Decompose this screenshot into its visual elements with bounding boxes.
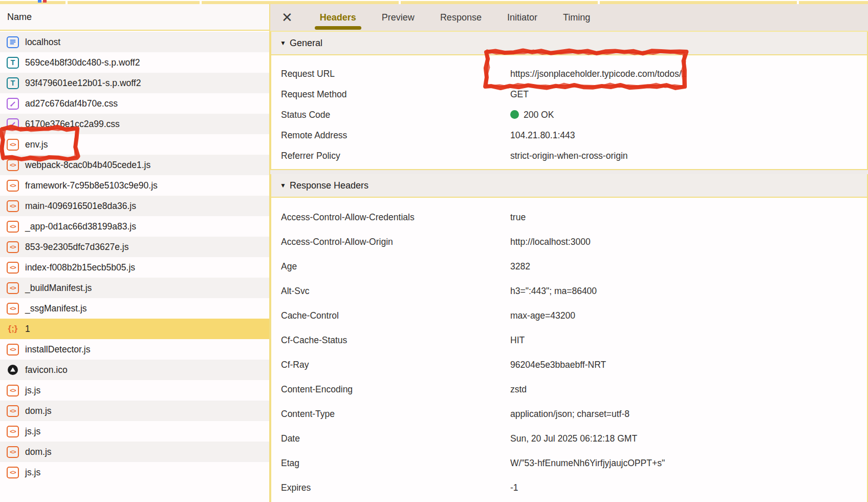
request-row-dom.js[interactable]: <>dom.js <box>0 401 269 421</box>
header-key: Access-Control-Allow-Credentials <box>281 212 510 223</box>
request-row-label: webpack-8cac0b4b405cede1.js <box>25 160 150 171</box>
request-row-installDetector.js[interactable]: <>installDetector.js <box>0 339 269 360</box>
close-icon[interactable]: ✕ <box>281 11 293 24</box>
header-key: Status Code <box>281 110 510 120</box>
header-value: http://localhost:3000 <box>510 237 591 247</box>
request-row-label: installDetector.js <box>25 344 90 355</box>
request-row-env.js[interactable]: <>env.js <box>0 134 269 155</box>
overview-strip <box>0 0 868 4</box>
request-row-dom.js[interactable]: <>dom.js <box>0 442 269 462</box>
script-file-icon: <> <box>7 282 19 294</box>
request-row-label: ad27c676daf4b70e.css <box>25 98 118 109</box>
request-row-6170e376e1cc2a99.css[interactable]: 6170e376e1cc2a99.css <box>0 114 269 134</box>
request-row-webpack-8cac0b4b405cede1.js[interactable]: <>webpack-8cac0b4b405cede1.js <box>0 155 269 175</box>
header-row-access-control-allow-credentials: Access-Control-Allow-Credentialstrue <box>271 205 867 229</box>
header-value: https://jsonplaceholder.typicode.com/tod… <box>510 69 686 79</box>
tab-timing[interactable]: Timing <box>561 4 592 31</box>
request-row-index-f008b2b15ecb5b05.js[interactable]: <>index-f008b2b15ecb5b05.js <box>0 257 269 278</box>
header-value: 3282 <box>510 261 530 272</box>
network-request-list: Name localhostT569ce4b8f30dc480-s.p.woff… <box>0 4 269 502</box>
request-row-853-9e2305dfc7d3627e.js[interactable]: <>853-9e2305dfc7d3627e.js <box>0 237 269 257</box>
request-row-label: js.js <box>25 385 40 396</box>
collapse-triangle-icon: ▼ <box>280 39 286 47</box>
header-key: Referrer Policy <box>281 151 510 161</box>
request-row-framework-7c95b8e5103c9e90.js[interactable]: <>framework-7c95b8e5103c9e90.js <box>0 175 269 196</box>
header-row-content-encoding: Content-Encodingzstd <box>271 377 867 402</box>
request-row-_buildManifest.js[interactable]: <>_buildManifest.js <box>0 278 269 298</box>
request-row-label: 6170e376e1cc2a99.css <box>25 119 120 130</box>
header-key: Remote Address <box>281 130 510 141</box>
header-row-etag: EtagW/"53-hfEnumeNh6YirfjyjaujcOPPT+s" <box>271 451 867 475</box>
name-column-label: Name <box>7 12 32 23</box>
header-value: W/"53-hfEnumeNh6YirfjyjaujcOPPT+s" <box>510 458 665 469</box>
detail-tabbar: ✕ HeadersPreviewResponseInitiatorTiming <box>270 4 868 32</box>
request-row-label: 569ce4b8f30dc480-s.p.woff2 <box>25 57 140 68</box>
header-key: Content-Encoding <box>281 384 510 395</box>
header-row-request method: Request MethodGET <box>271 84 867 104</box>
script-file-icon: <> <box>7 344 19 355</box>
section-header-response-headers[interactable]: ▼Response Headers <box>271 174 867 198</box>
header-row-alt-svc: Alt-Svch3=":443"; ma=86400 <box>271 279 867 303</box>
header-key: Etag <box>281 458 510 469</box>
script-file-icon: <> <box>7 200 19 212</box>
header-row-request url: Request URLhttps://jsonplaceholder.typic… <box>271 64 867 84</box>
request-row-label: framework-7c95b8e5103c9e90.js <box>25 180 158 191</box>
section-response-headers: ▼Response HeadersAccess-Control-Allow-Cr… <box>270 174 868 502</box>
request-row-label: main-4096916501e8da36.js <box>25 201 136 212</box>
header-key: Age <box>281 261 510 272</box>
request-row-_app-0d1ac66d38199a83.js[interactable]: <>_app-0d1ac66d38199a83.js <box>0 216 269 237</box>
section-general: ▼GeneralRequest URLhttps://jsonplacehold… <box>270 32 868 170</box>
overview-red-mark <box>43 0 47 3</box>
header-value: h3=":443"; ma=86400 <box>510 286 597 297</box>
request-row-_ssgManifest.js[interactable]: <>_ssgManifest.js <box>0 298 269 319</box>
script-file-icon: <> <box>7 180 19 192</box>
section-header-general[interactable]: ▼General <box>271 32 867 55</box>
request-row-label: localhost <box>25 37 60 48</box>
header-value: zstd <box>510 384 527 395</box>
script-file-icon: <> <box>7 262 19 274</box>
tab-preview[interactable]: Preview <box>380 4 417 31</box>
request-row-js.js[interactable]: <>js.js <box>0 380 269 401</box>
script-file-icon: <> <box>7 139 19 151</box>
section-gap <box>270 170 868 174</box>
request-row-main-4096916501e8da36.js[interactable]: <>main-4096916501e8da36.js <box>0 196 269 216</box>
font-file-icon: T <box>7 57 19 69</box>
document-file-icon <box>7 36 19 48</box>
tab-initiator[interactable]: Initiator <box>505 4 539 31</box>
request-row-1[interactable]: {;}1 <box>0 319 269 339</box>
name-column-header[interactable]: Name <box>0 4 269 31</box>
status-ok-dot <box>510 110 519 119</box>
request-row-label: dom.js <box>25 447 52 457</box>
script-file-icon: <> <box>7 446 19 458</box>
header-row-cache-control: Cache-Controlmax-age=43200 <box>271 303 867 328</box>
header-key: Date <box>281 433 510 444</box>
script-file-icon: <> <box>7 241 19 253</box>
tab-response[interactable]: Response <box>438 4 484 31</box>
header-row-cf-ray: Cf-Ray96204e5e3bbaebff-NRT <box>271 352 867 377</box>
request-row-label: favicon.ico <box>25 365 68 375</box>
request-row-js.js[interactable]: <>js.js <box>0 462 269 483</box>
overview-blue-mark <box>38 0 41 3</box>
json-file-icon: {;} <box>7 323 19 335</box>
request-row-localhost[interactable]: localhost <box>0 32 269 52</box>
header-key: Alt-Svc <box>281 286 510 297</box>
request-row-ad27c676daf4b70e.css[interactable]: ad27c676daf4b70e.css <box>0 93 269 114</box>
header-row-age: Age3282 <box>271 254 867 279</box>
request-row-93f479601ee12b01-s.p.woff2[interactable]: T93f479601ee12b01-s.p.woff2 <box>0 73 269 93</box>
request-row-favicon.ico[interactable]: favicon.ico <box>0 360 269 380</box>
header-row-cf-cache-status: Cf-Cache-StatusHIT <box>271 328 867 352</box>
request-row-js.js[interactable]: <>js.js <box>0 421 269 442</box>
script-file-icon: <> <box>7 159 19 171</box>
header-value: 96204e5e3bbaebff-NRT <box>510 360 606 370</box>
header-value: -1 <box>510 483 518 493</box>
header-key: Request Method <box>281 89 510 100</box>
font-file-icon: T <box>7 77 19 89</box>
request-row-569ce4b8f30dc480-s.p.woff2[interactable]: T569ce4b8f30dc480-s.p.woff2 <box>0 52 269 73</box>
favicon-file-icon <box>7 364 19 376</box>
script-file-icon: <> <box>7 221 19 233</box>
request-row-label: env.js <box>25 139 48 150</box>
request-row-label: _buildManifest.js <box>25 283 92 294</box>
tab-headers[interactable]: Headers <box>318 4 358 31</box>
stylesheet-file-icon <box>7 98 19 110</box>
header-value: strict-origin-when-cross-origin <box>510 151 628 161</box>
